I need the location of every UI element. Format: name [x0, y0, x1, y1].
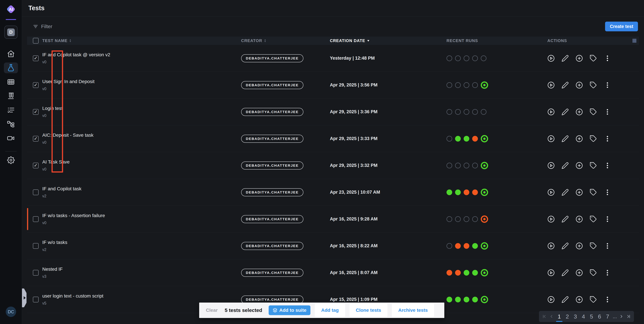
run-status-dot[interactable]	[472, 243, 478, 249]
edit-test-button[interactable]	[562, 269, 569, 276]
run-test-button[interactable]	[547, 162, 555, 169]
edit-test-button[interactable]	[562, 296, 569, 303]
run-status-dot[interactable]	[472, 82, 478, 88]
run-test-button[interactable]	[547, 269, 555, 276]
more-options-button[interactable]	[604, 189, 611, 196]
more-options-button[interactable]	[604, 81, 611, 89]
run-status-dot[interactable]	[455, 189, 461, 195]
run-status-dot[interactable]	[446, 243, 452, 249]
run-test-button[interactable]	[547, 242, 555, 250]
edit-test-button[interactable]	[562, 108, 569, 116]
more-options-button[interactable]	[604, 55, 611, 62]
run-test-button[interactable]	[547, 189, 555, 196]
sidebar-item-recordings[interactable]	[4, 133, 18, 144]
add-to-suite-row-button[interactable]	[576, 55, 583, 62]
run-status-dot[interactable]	[455, 297, 461, 302]
select-all-checkbox[interactable]	[33, 38, 38, 43]
run-status-dot[interactable]	[455, 82, 461, 88]
more-options-button[interactable]	[604, 215, 611, 223]
run-status-dot[interactable]	[464, 136, 469, 142]
add-to-suite-row-button[interactable]	[576, 215, 583, 223]
test-name[interactable]: IF and Copilot task @ version v2	[42, 52, 241, 57]
run-status-dot[interactable]	[446, 136, 452, 142]
more-options-button[interactable]	[604, 269, 611, 276]
row-checkbox[interactable]: ✓	[33, 136, 38, 142]
sidebar-item-home[interactable]	[4, 48, 18, 59]
run-test-button[interactable]	[547, 108, 555, 116]
run-status-dot[interactable]	[481, 242, 488, 250]
test-name[interactable]: User Sign In and Deposit	[42, 79, 241, 84]
add-to-suite-row-button[interactable]	[576, 296, 583, 303]
edit-test-button[interactable]	[562, 215, 569, 223]
add-to-suite-row-button[interactable]	[576, 81, 583, 89]
last-page-button[interactable]	[625, 314, 632, 319]
run-status-dot[interactable]	[446, 82, 452, 88]
run-status-dot[interactable]	[481, 269, 488, 276]
app-logo[interactable]: AI	[5, 4, 16, 15]
run-status-dot[interactable]	[481, 109, 486, 115]
run-status-dot[interactable]	[472, 216, 478, 222]
run-status-dot[interactable]	[455, 136, 461, 142]
sidebar-item-workflow[interactable]	[4, 119, 18, 130]
run-status-dot[interactable]	[446, 55, 452, 61]
run-status-dot[interactable]	[464, 270, 469, 276]
run-status-dot[interactable]	[472, 109, 478, 115]
edit-test-button[interactable]	[562, 81, 569, 89]
run-status-dot[interactable]	[472, 270, 478, 276]
run-status-dot[interactable]	[481, 135, 488, 142]
edit-test-button[interactable]	[562, 55, 569, 62]
run-test-button[interactable]	[547, 296, 555, 303]
row-checkbox[interactable]: ✓	[33, 82, 38, 88]
run-status-dot[interactable]	[464, 243, 469, 249]
page-number-5[interactable]: 5	[588, 313, 596, 320]
user-avatar[interactable]: DC	[6, 307, 16, 317]
run-status-dot[interactable]	[472, 189, 478, 195]
test-name[interactable]: IF w/o tasks - Assertion failure	[42, 213, 241, 218]
sidebar-item-data-tables[interactable]	[4, 77, 18, 87]
run-status-dot[interactable]	[446, 270, 452, 276]
run-status-dot[interactable]	[481, 215, 488, 223]
test-name[interactable]: Nested IF	[42, 267, 241, 272]
run-status-dot[interactable]	[464, 55, 469, 61]
test-name[interactable]: AI Task Save	[42, 159, 241, 165]
prev-page-button[interactable]	[548, 314, 555, 319]
run-status-dot[interactable]	[455, 55, 461, 61]
test-name[interactable]: IF and Copilot task	[42, 186, 241, 191]
sidebar-item-settings[interactable]	[4, 155, 18, 165]
more-options-button[interactable]	[604, 162, 611, 169]
row-checkbox[interactable]: ✓	[33, 109, 38, 115]
edit-test-button[interactable]	[562, 189, 569, 196]
clear-selection-button[interactable]: Clear	[206, 308, 218, 313]
next-page-button[interactable]	[618, 314, 625, 319]
add-to-suite-row-button[interactable]	[576, 135, 583, 142]
run-status-dot[interactable]	[455, 216, 461, 222]
test-name[interactable]: AIC: Deposit - Save task	[42, 133, 241, 138]
run-status-dot[interactable]	[472, 163, 478, 168]
row-checkbox[interactable]	[33, 189, 38, 195]
page-number-7[interactable]: 7	[604, 313, 612, 320]
add-to-suite-row-button[interactable]	[576, 242, 583, 250]
row-checkbox[interactable]: ✓	[33, 55, 38, 61]
more-options-button[interactable]	[604, 296, 611, 303]
run-status-dot[interactable]	[464, 297, 469, 302]
run-status-dot[interactable]	[481, 55, 486, 61]
more-options-button[interactable]	[604, 135, 611, 142]
test-name[interactable]: user login text - custom script	[42, 293, 241, 299]
run-status-dot[interactable]	[481, 162, 488, 169]
sidebar-item-run-list[interactable]	[4, 105, 18, 115]
run-status-dot[interactable]	[481, 81, 488, 89]
edit-test-button[interactable]	[562, 242, 569, 250]
archive-tests-button[interactable]: Archive tests	[392, 304, 434, 317]
tag-test-button[interactable]	[590, 81, 597, 89]
run-status-dot[interactable]	[464, 216, 469, 222]
more-options-button[interactable]	[604, 108, 611, 116]
run-status-dot[interactable]	[464, 189, 469, 195]
run-status-dot[interactable]	[481, 189, 488, 196]
filter-button[interactable]: Filter	[33, 24, 52, 29]
row-checkbox[interactable]	[33, 270, 38, 276]
run-status-dot[interactable]	[464, 109, 469, 115]
test-name[interactable]: IF w/o tasks	[42, 240, 241, 245]
column-header-creation-date[interactable]: CREATION DATE	[330, 38, 446, 43]
run-status-dot[interactable]	[464, 163, 469, 168]
add-to-suite-row-button[interactable]	[576, 189, 583, 196]
